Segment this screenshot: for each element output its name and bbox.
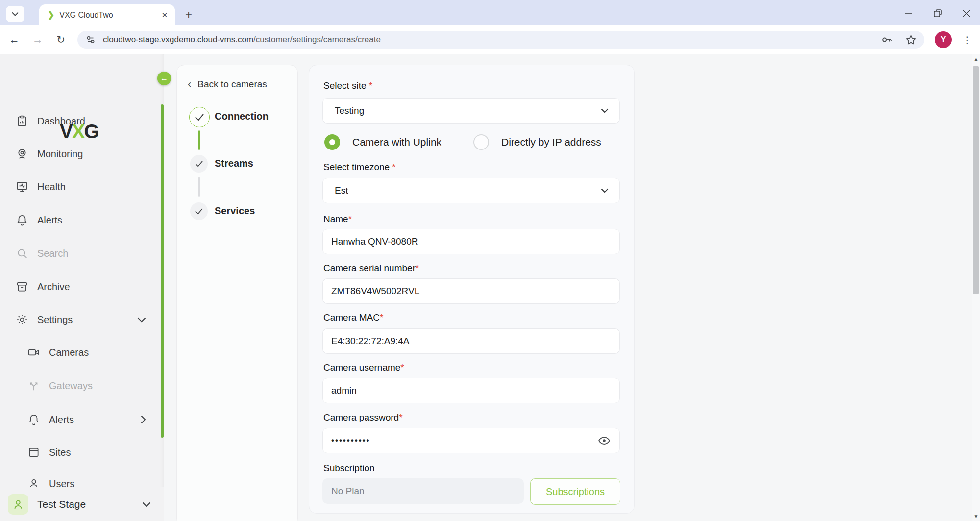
- step-connection-label[interactable]: Connection: [215, 111, 269, 122]
- chevron-down-icon: [142, 502, 151, 507]
- step-streams-label[interactable]: Streams: [215, 158, 253, 169]
- radio-directly-by-ip[interactable]: Directly by IP address: [473, 134, 601, 150]
- site-select[interactable]: Testing: [322, 98, 620, 124]
- window-close-button[interactable]: [956, 7, 977, 20]
- step-connection-indicator: [189, 107, 210, 127]
- step-connection[interactable]: [189, 107, 210, 127]
- username-input[interactable]: [330, 385, 619, 397]
- scrollbar-down-arrow[interactable]: ▼: [972, 512, 980, 520]
- check-icon: [195, 113, 204, 121]
- search-icon: [16, 247, 28, 260]
- radio-camera-with-uplink[interactable]: Camera with Uplink: [324, 134, 441, 150]
- close-icon: [963, 10, 970, 17]
- sidebar-item-search[interactable]: Search: [0, 240, 164, 267]
- sidebar-scrollbar-thumb[interactable]: [161, 104, 164, 438]
- tab-close-button[interactable]: ✕: [159, 10, 170, 21]
- mac-label: Camera MAC*: [323, 312, 383, 324]
- step-streams-indicator: [190, 155, 208, 173]
- account-avatar: [8, 494, 28, 515]
- sidebar-item-label: Health: [37, 181, 66, 193]
- mac-input[interactable]: [330, 335, 619, 347]
- account-name: Test Stage: [37, 498, 86, 510]
- wizard-stepper-panel: ‹ Back to cameras Connection Streams Ser…: [176, 65, 298, 521]
- username-label: Camera username*: [323, 362, 404, 374]
- back-link-label: Back to cameras: [197, 79, 267, 90]
- chevron-left-icon: ‹: [188, 78, 191, 91]
- split-arrows-icon: [27, 379, 40, 392]
- window-minimize-button[interactable]: [898, 7, 919, 20]
- sidebar-item-health[interactable]: Health: [0, 174, 164, 200]
- forward-button[interactable]: →: [29, 31, 46, 48]
- step-streams[interactable]: [190, 155, 208, 173]
- sidebar-item-alerts[interactable]: Alerts: [0, 207, 164, 233]
- url-path: /customer/settings/cameras/create: [253, 35, 381, 44]
- sidebar-item-label: Gateways: [49, 380, 93, 392]
- sidebar-item-gateways[interactable]: Gateways: [0, 372, 164, 399]
- gear-icon: [16, 313, 28, 326]
- back-button[interactable]: ←: [6, 31, 23, 48]
- sidebar-item-label: Sites: [49, 447, 71, 458]
- vxg-favicon-icon: ❯: [48, 10, 54, 20]
- required-asterisk: *: [400, 362, 404, 372]
- sidebar-item-archive[interactable]: Archive: [0, 273, 164, 300]
- required-asterisk: *: [380, 312, 383, 323]
- chevron-right-icon: [141, 415, 146, 424]
- subscription-label: Subscription: [323, 463, 375, 474]
- sidebar-item-monitoring[interactable]: Monitoring: [0, 141, 164, 167]
- restore-icon: [934, 9, 942, 17]
- site-info-icon[interactable]: [85, 34, 96, 45]
- username-field: [322, 378, 620, 403]
- subscriptions-button[interactable]: Subscriptions: [530, 478, 620, 505]
- password-manager-key-icon[interactable]: [881, 33, 893, 46]
- url-text: cloudtwo-stage.vxgdemo.cloud-vms.com/cus…: [103, 35, 381, 45]
- dashboard-icon: [16, 115, 28, 127]
- sidebar-item-label: Archive: [37, 281, 70, 293]
- required-asterisk: *: [348, 214, 352, 224]
- show-password-eye-icon[interactable]: [598, 434, 611, 447]
- bookmark-star-icon[interactable]: [905, 34, 917, 46]
- scrollbar-up-arrow[interactable]: ▲: [972, 55, 980, 63]
- serial-input[interactable]: [330, 285, 619, 297]
- sidebar-item-label: Settings: [37, 314, 73, 325]
- password-input[interactable]: [330, 435, 598, 446]
- timezone-select[interactable]: Est: [322, 178, 620, 203]
- camera-create-form: Select site* Testing Camera with Uplink …: [309, 65, 635, 514]
- radio-unselected-icon: [473, 134, 489, 150]
- step-connector: [198, 130, 200, 150]
- required-asterisk: *: [392, 162, 395, 172]
- step-services-label[interactable]: Services: [215, 205, 255, 217]
- site-select-value: Testing: [335, 105, 364, 116]
- window-restore-button[interactable]: [927, 7, 949, 20]
- tab-search-button[interactable]: [6, 6, 24, 22]
- sidebar-item-dashboard[interactable]: Dashboard: [0, 108, 164, 134]
- radio-label: Camera with Uplink: [352, 136, 441, 148]
- reload-button[interactable]: ↻: [52, 31, 69, 48]
- profile-avatar[interactable]: Y: [935, 31, 952, 48]
- address-bar[interactable]: cloudtwo-stage.vxgdemo.cloud-vms.com/cus…: [77, 31, 924, 49]
- new-tab-button[interactable]: +: [182, 8, 196, 22]
- sidebar-item-cameras[interactable]: Cameras: [0, 339, 164, 366]
- tab-title: VXG CloudTwo: [59, 11, 159, 20]
- sidebar: VXG Dashboard Monitoring Health Alerts S…: [0, 54, 164, 521]
- url-domain: cloudtwo-stage.vxgdemo.cloud-vms.com: [103, 35, 253, 44]
- name-input[interactable]: [330, 236, 619, 248]
- chevron-down-icon: [601, 108, 609, 113]
- subscription-plan-input: [330, 485, 514, 497]
- tab-strip: ❯ VXG CloudTwo ✕ +: [0, 0, 980, 25]
- radio-selected-icon: [324, 134, 340, 150]
- radio-label: Directly by IP address: [501, 136, 601, 148]
- bell-icon: [27, 413, 40, 426]
- sidebar-collapse-button[interactable]: ←: [157, 72, 171, 85]
- browser-tab[interactable]: ❯ VXG CloudTwo ✕: [39, 4, 175, 25]
- sidebar-item-settings[interactable]: Settings: [0, 306, 164, 333]
- serial-field: [322, 278, 620, 304]
- bell-icon: [16, 214, 28, 226]
- sidebar-item-sites[interactable]: Sites: [0, 439, 164, 466]
- person-icon: [12, 498, 24, 511]
- account-switcher[interactable]: Test Stage: [0, 487, 164, 521]
- back-to-cameras-link[interactable]: ‹ Back to cameras: [188, 78, 267, 91]
- step-services[interactable]: [190, 202, 208, 220]
- sidebar-item-alerts-sub[interactable]: Alerts: [0, 406, 164, 433]
- page-scrollbar-thumb[interactable]: [973, 66, 979, 294]
- browser-menu-button[interactable]: ⋮: [961, 31, 973, 48]
